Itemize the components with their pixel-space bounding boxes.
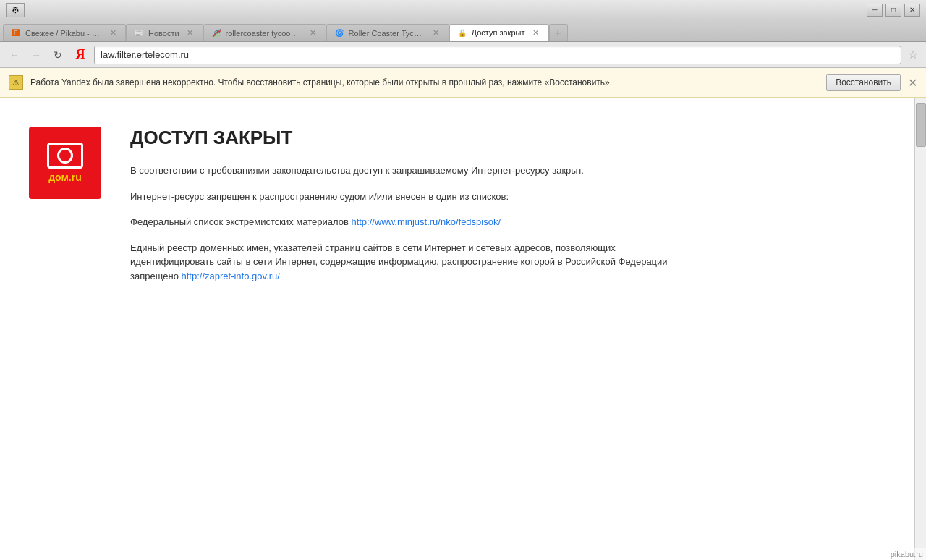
- tab-novosti-favicon: 📰: [134, 28, 144, 38]
- tab-pikabu-favicon: 🅿: [11, 28, 21, 38]
- forward-button[interactable]: →: [27, 46, 45, 64]
- tab-access-denied-label: Доступ закрыт: [472, 28, 525, 37]
- pikabu-watermark: pikabu.ru: [888, 548, 926, 560]
- paragraph-1: В соответствии с требованиями законодате…: [130, 164, 680, 178]
- tab-pikabu-close[interactable]: ✕: [108, 28, 118, 38]
- tab-pikabu-label: Свежее / Pikabu - Вс...: [25, 29, 102, 38]
- list-item-1: Федеральный список экстремистских матери…: [130, 215, 680, 229]
- logo-dom-text: дом: [48, 171, 69, 183]
- scrollbar[interactable]: [914, 98, 926, 560]
- tab-novosti-label: Новости: [148, 29, 179, 38]
- zapret-info-link[interactable]: http://zapret-info.gov.ru/: [182, 271, 280, 281]
- tab-novosti[interactable]: 📰 Новости ✕: [126, 24, 203, 41]
- tab-rollercoaster-ska-close[interactable]: ✕: [308, 28, 318, 38]
- yandex-logo: Я: [71, 46, 90, 64]
- tab-rollercoaster-en-favicon: 🌀: [334, 28, 344, 38]
- notification-close-icon[interactable]: ✕: [908, 76, 917, 90]
- window-controls: ─ □ ✕: [867, 4, 920, 17]
- tab-access-denied-favicon: 🔒: [457, 27, 467, 38]
- yandex-y-icon: Я: [76, 47, 85, 62]
- content-wrapper: дом.ru ДОСТУП ЗАКРЫТ В соответствии с тр…: [0, 98, 926, 560]
- logo-text: дом.ru: [48, 171, 82, 183]
- dom-ru-logo: дом.ru: [29, 127, 101, 199]
- scrollbar-thumb[interactable]: [916, 103, 926, 147]
- restore-button[interactable]: Восстановить: [826, 74, 901, 91]
- reload-button[interactable]: ↻: [49, 46, 67, 64]
- tab-access-denied[interactable]: 🔒 Доступ закрыт ✕: [449, 24, 549, 41]
- notification-icon: ⚠: [9, 75, 23, 90]
- address-bar: ← → ↻ Я ☆: [0, 42, 926, 68]
- title-bar-left: ⚙: [6, 3, 25, 17]
- fedspisok-link[interactable]: http://www.minjust.ru/nko/fedspisok/: [351, 216, 501, 227]
- new-tab-button[interactable]: +: [549, 24, 568, 41]
- list-item-1-prefix: Федеральный список экстремистских матери…: [130, 216, 351, 227]
- minimize-button[interactable]: ─: [867, 4, 883, 17]
- maximize-button[interactable]: □: [885, 4, 901, 17]
- page-title: ДОСТУП ЗАКРЫТ: [130, 127, 680, 149]
- tab-rollercoaster-en-close[interactable]: ✕: [431, 28, 441, 38]
- text-section: ДОСТУП ЗАКРЫТ В соответствии с требовани…: [130, 127, 680, 294]
- logo-ru-text: ru: [72, 171, 82, 183]
- bookmark-star-icon[interactable]: ☆: [906, 48, 920, 62]
- tab-rollercoaster-ska-favicon: 🎢: [211, 28, 221, 38]
- url-input[interactable]: [94, 46, 901, 64]
- page-content: дом.ru ДОСТУП ЗАКРЫТ В соответствии с тр…: [29, 127, 680, 294]
- tab-rollercoaster-ska[interactable]: 🎢 rollercoaster tycoon ска... ✕: [203, 24, 326, 41]
- title-bar: ⚙ ─ □ ✕: [0, 0, 926, 20]
- close-button[interactable]: ✕: [904, 4, 920, 17]
- back-button[interactable]: ←: [6, 46, 23, 64]
- tab-rollercoaster-en-label: Roller Coaster Tycoon: [349, 29, 425, 38]
- tab-pikabu[interactable]: 🅿 Свежее / Pikabu - Вс... ✕: [3, 24, 126, 41]
- paragraph-2: Интернет-ресурс запрещен к распространен…: [130, 190, 680, 204]
- tab-rollercoaster-ska-label: rollercoaster tycoon ска...: [226, 29, 302, 38]
- logo-section: дом.ru: [29, 127, 101, 294]
- settings-button[interactable]: ⚙: [6, 3, 25, 17]
- tab-bar: 🅿 Свежее / Pikabu - Вс... ✕ 📰 Новости ✕ …: [0, 20, 926, 42]
- tab-rollercoaster-en[interactable]: 🌀 Roller Coaster Tycoon ✕: [326, 24, 449, 41]
- notification-bar: ⚠ Работа Yandex была завершена некоррект…: [0, 68, 926, 98]
- tab-novosti-close[interactable]: ✕: [185, 28, 195, 38]
- logo-tv-icon: [47, 143, 83, 169]
- list-item-2: Единый реестр доменных имен, указателей …: [130, 241, 680, 284]
- scrollbar-track[interactable]: [915, 98, 926, 560]
- notification-text: Работа Yandex была завершена некорректно…: [30, 77, 819, 88]
- main-content: дом.ru ДОСТУП ЗАКРЫТ В соответствии с тр…: [0, 98, 914, 560]
- tab-access-denied-close[interactable]: ✕: [531, 27, 541, 38]
